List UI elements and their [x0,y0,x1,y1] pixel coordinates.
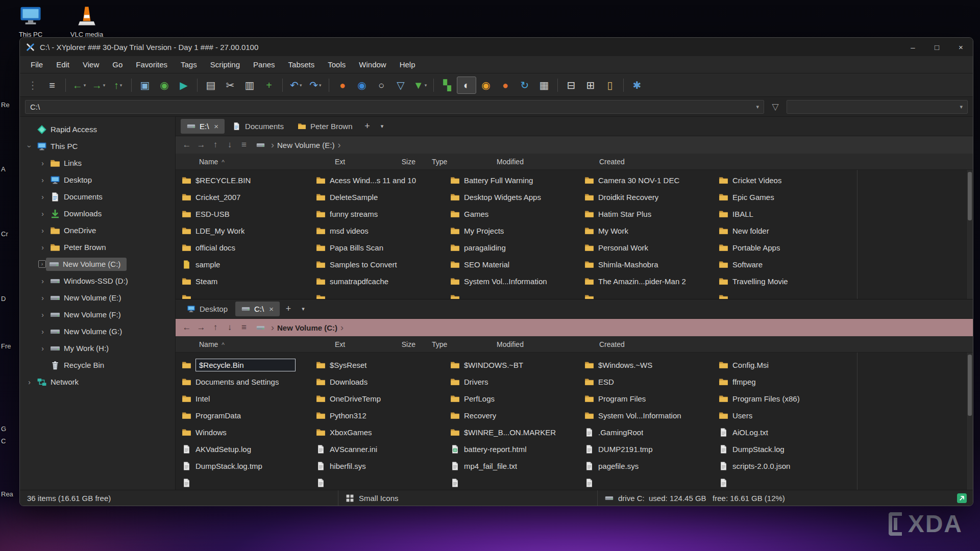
breadcrumb-location[interactable]: New Volume (C:) [277,323,337,332]
file-item-perflogs[interactable]: PerfLogs [450,390,582,407]
rename-input[interactable]: $Recycle.Bin [195,359,296,371]
calculator-icon[interactable]: ▦ [534,77,554,94]
up-dropdown-icon[interactable]: ▾ [120,83,122,88]
file-item-aiolog-txt[interactable]: AiOLog.txt [719,424,850,441]
file-item[interactable] [182,290,313,299]
file-item-my-work[interactable]: My Work [584,222,716,239]
undo-dropdown-icon[interactable]: ▾ [300,83,302,88]
nav-down-icon[interactable]: ↓ [223,140,237,150]
file-item-sumatrapdfcache[interactable]: sumatrapdfcache [316,273,448,290]
column-header-created[interactable]: Created [599,154,625,170]
file-item-recycle-bin[interactable]: $RECYCLE.BIN [182,172,313,189]
visual-filter-dropdown-icon[interactable]: ▾ [425,83,427,88]
nav-menu-icon[interactable]: ≡ [237,322,251,333]
file-item-epic-games[interactable]: Epic Games [719,189,850,206]
sports-ball-icon[interactable]: ● [496,77,515,94]
scrollbar[interactable] [966,353,973,490]
file-item-travelling-movie[interactable]: Travelling Movie [719,273,850,290]
file-item-documents-and-settings[interactable]: Documents and Settings [182,373,313,390]
file-item-system-vol-information[interactable]: System Vol...Information [450,273,582,290]
new-tab-button[interactable]: + [360,121,375,132]
tab-list-dropdown-icon[interactable]: ▾ [376,123,388,130]
maximize-button[interactable]: □ [925,38,949,56]
desktop-icon-this-pc[interactable]: This PC [7,4,54,38]
file-item-new-folder[interactable]: New folder [719,222,850,239]
column-header-ext[interactable]: Ext [335,154,345,170]
nav-back-icon[interactable]: ← [180,322,194,333]
file-item-dump2191-tmp[interactable]: DUMP2191.tmp [584,441,716,458]
search-drive-icon[interactable]: ◉ [352,77,372,94]
file-item-mp4-fail-file-txt[interactable]: mp4_fail_file.txt [450,458,582,474]
file-item-cricket-2007[interactable]: Cricket_2007 [182,189,313,206]
tab-close-icon[interactable]: × [269,305,274,313]
back-icon[interactable]: ←▾ [69,77,89,94]
address-bar[interactable]: C:\ ▾ [25,100,764,114]
file-item[interactable] [584,290,716,299]
close-button[interactable]: × [949,38,973,56]
tree-item-desktop[interactable]: ›Desktop [20,171,175,188]
menu-go[interactable]: Go [106,56,129,73]
file-item[interactable] [584,474,716,490]
file-item-personal-work[interactable]: Personal Work [584,239,716,256]
file-item[interactable] [450,290,582,299]
file-item-programdata[interactable]: ProgramData [182,407,313,424]
new-folder-icon[interactable]: + [259,77,279,94]
status-view-mode[interactable]: Small Icons [338,490,597,506]
expander-icon[interactable]: › [38,177,47,184]
file-item-cricket-videos[interactable]: Cricket Videos [719,172,850,189]
file-item-battery-full-warning[interactable]: Battery Full Warning [450,172,582,189]
color-filter-icon[interactable]: ◉ [476,77,496,94]
horizontal-panes-icon[interactable]: ⊟ [561,77,581,94]
redo-dropdown-icon[interactable]: ▾ [319,83,322,88]
cut-icon[interactable]: ✂ [220,77,240,94]
drive-icon[interactable] [256,141,265,149]
file-item-winre-b-on-marker[interactable]: $WINRE_B...ON.MARKER [450,424,582,441]
minimize-button[interactable]: – [901,38,925,56]
tools-icon[interactable]: ✱ [627,77,647,94]
tree-toggle-icon[interactable]: ▚ [437,77,457,94]
file-item-steam[interactable]: Steam [182,273,313,290]
nav-up-icon[interactable]: ↑ [208,140,223,150]
tree-item-documents[interactable]: ›Documents [20,188,175,205]
title-bar[interactable]: C:\ - XYplorer ### 30-Day Trial Version … [20,38,973,56]
file-item-program-files[interactable]: Program Files [584,390,716,407]
file-item-python312[interactable]: Python312 [316,407,448,424]
find-files-icon[interactable]: ○ [372,77,391,94]
menu-window[interactable]: Window [352,56,393,73]
tab-peter-brown[interactable]: Peter Brown [291,119,359,134]
show-desktop-icon[interactable]: ▣ [135,77,155,94]
filter-funnel-icon[interactable]: ▽ [769,102,781,112]
file-item-intel[interactable]: Intel [182,390,313,407]
dark-mode-icon[interactable]: ◐ [457,77,476,94]
expander-icon[interactable]: › [38,278,47,285]
menu-file[interactable]: File [24,56,50,73]
scrollbar-thumb[interactable] [968,172,972,220]
filter-bar[interactable]: ▾ [787,100,968,114]
file-item-pagefile-sys[interactable]: pagefile.sys [584,458,716,474]
redo-icon[interactable]: ↷▾ [306,77,325,94]
file-item-system-vol-information[interactable]: System Vol...Information [584,407,716,424]
live-filter-icon[interactable]: ● [333,77,352,94]
menu-scripting[interactable]: Scripting [204,56,247,73]
file-item-portable-apps[interactable]: Portable Apps [719,239,850,256]
menu-edit[interactable]: Edit [50,56,76,73]
file-item-shimla-mashobra[interactable]: Shimla-Mashobra [584,256,716,273]
file-item-recycle-bin[interactable]: $Recycle.Bin [182,357,313,373]
tree-item-new-volume-g[interactable]: ›New Volume (G:) [20,323,175,340]
grip-icon[interactable]: ⋮ [23,77,42,94]
expander-icon[interactable]: › [38,260,46,268]
tree-item-downloads[interactable]: ›Downloads [20,205,175,222]
nav-forward-icon[interactable]: → [194,140,208,150]
desktop-icon-vlc-media[interactable]: VLC media [63,4,110,38]
file-item[interactable] [719,474,850,490]
forward-icon[interactable]: →▾ [89,77,108,94]
file-item[interactable] [316,290,448,299]
menu-panes[interactable]: Panes [247,56,282,73]
file-item-official-docs[interactable]: official docs [182,239,313,256]
column-header-name[interactable]: Name^ [199,154,225,170]
file-item-desktop-widgets-apps[interactable]: Desktop Widgets Apps [450,189,582,206]
tree-item-rapid-access[interactable]: Rapid Access [20,121,175,138]
expander-icon[interactable]: › [38,328,47,335]
file-item-software[interactable]: Software [719,256,850,273]
file-item-hatim-star-plus[interactable]: Hatim Star Plus [584,206,716,222]
